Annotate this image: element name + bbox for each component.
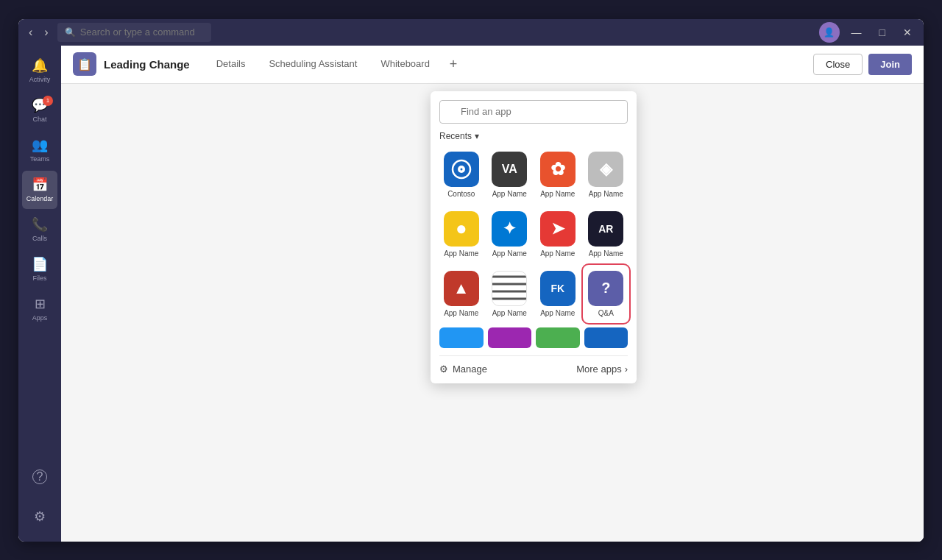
window-close-button[interactable]: ✕ bbox=[897, 25, 918, 40]
header-actions: Close Join bbox=[813, 54, 912, 75]
app-icon-4: ● bbox=[444, 211, 479, 247]
app-label-5: App Name bbox=[492, 249, 527, 258]
sidebar-item-teams[interactable]: 👥 Teams bbox=[22, 131, 57, 169]
app-item-5[interactable]: ✦ App Name bbox=[488, 207, 532, 262]
settings-icon: ⚙ bbox=[34, 508, 46, 525]
join-meeting-button[interactable]: Join bbox=[868, 54, 912, 75]
help-icon: ? bbox=[32, 469, 47, 484]
app-search-input[interactable] bbox=[439, 100, 628, 124]
bottom-bar-2[interactable] bbox=[488, 327, 532, 348]
sidebar: 🔔 Activity 💬 Chat 1 👥 Teams 📅 Calendar 📞… bbox=[18, 46, 61, 542]
sidebar-label-apps: Apps bbox=[32, 314, 48, 322]
sidebar-item-calendar[interactable]: 📅 Calendar bbox=[22, 171, 57, 209]
app-icon-qa: ? bbox=[588, 271, 623, 306]
tab-whiteboard[interactable]: Whiteboard bbox=[369, 46, 441, 84]
bottom-bar-apps bbox=[439, 327, 628, 348]
app-icon-2: ✿ bbox=[540, 152, 576, 187]
title-bar-right: 👤 — □ ✕ bbox=[819, 22, 918, 43]
app-icon-5: ✦ bbox=[492, 211, 527, 247]
app-dropdown: 🔍 Recents ▾ bbox=[431, 91, 637, 383]
title-bar: ‹ › 🔍 👤 — □ ✕ bbox=[18, 19, 924, 46]
app-label-2: App Name bbox=[540, 190, 575, 198]
app-item-4[interactable]: ● App Name bbox=[439, 207, 484, 262]
manage-button[interactable]: ⚙ Manage bbox=[439, 364, 487, 375]
app-icon-1: VA bbox=[492, 152, 527, 187]
calendar-icon: 📅 bbox=[32, 177, 48, 193]
sidebar-item-settings[interactable]: ⚙ bbox=[22, 497, 57, 536]
sidebar-label-teams: Teams bbox=[30, 155, 50, 163]
app-item-1[interactable]: VA App Name bbox=[488, 147, 532, 202]
app-icon-6: ➤ bbox=[540, 211, 576, 247]
content-area: 📋 Leading Change Details Scheduling Assi… bbox=[61, 46, 924, 542]
app-item-contoso[interactable]: Contoso bbox=[439, 147, 484, 202]
app-item-2[interactable]: ✿ App Name bbox=[536, 147, 580, 202]
tab-details[interactable]: Details bbox=[205, 46, 258, 84]
app-label-3: App Name bbox=[589, 190, 623, 198]
apps-icon: ⊞ bbox=[35, 296, 46, 312]
sidebar-item-apps[interactable]: ⊞ Apps bbox=[22, 290, 57, 328]
app-icon-3: ◈ bbox=[588, 152, 623, 187]
teams-icon: 👥 bbox=[32, 137, 48, 153]
files-icon: 📄 bbox=[32, 256, 48, 272]
search-icon: 🔍 bbox=[65, 27, 76, 38]
sidebar-label-chat: Chat bbox=[32, 116, 46, 123]
bottom-bar-1[interactable] bbox=[439, 327, 484, 348]
app-label-6: App Name bbox=[540, 249, 575, 258]
sidebar-label-calls: Calls bbox=[32, 235, 47, 242]
close-meeting-button[interactable]: Close bbox=[813, 54, 863, 75]
sidebar-label-files: Files bbox=[32, 274, 46, 282]
app-item-10[interactable]: FK App Name bbox=[536, 266, 580, 322]
chevron-right-icon: › bbox=[625, 364, 628, 375]
bottom-bar-4[interactable] bbox=[584, 327, 628, 348]
svg-point-2 bbox=[460, 168, 462, 170]
bottom-bar-3[interactable] bbox=[536, 327, 580, 348]
sidebar-label-calendar: Calendar bbox=[26, 195, 54, 202]
global-search-input[interactable] bbox=[80, 26, 204, 38]
app-icon-contoso bbox=[444, 152, 479, 187]
dropdown-footer: ⚙ Manage More apps › bbox=[439, 355, 628, 375]
dropdown-search-wrap: 🔍 bbox=[439, 100, 628, 124]
global-search-bar[interactable]: 🔍 bbox=[57, 23, 211, 42]
calls-icon: 📞 bbox=[32, 216, 48, 233]
back-button[interactable]: ‹ bbox=[24, 24, 37, 40]
meeting-icon: 📋 bbox=[73, 52, 96, 76]
app-window: ‹ › 🔍 👤 — □ ✕ 🔔 Activity 💬 bbox=[18, 19, 924, 542]
app-label-9: App Name bbox=[492, 309, 527, 317]
sidebar-item-calls[interactable]: 📞 Calls bbox=[22, 210, 57, 249]
nav-arrows: ‹ › bbox=[24, 24, 53, 40]
sidebar-item-files[interactable]: 📄 Files bbox=[22, 250, 57, 288]
maximize-button[interactable]: □ bbox=[874, 25, 891, 40]
app-item-qa[interactable]: ? Q&A bbox=[584, 266, 628, 322]
tab-add-button[interactable]: + bbox=[442, 52, 465, 76]
app-label-8: App Name bbox=[444, 309, 478, 317]
app-icon-9 bbox=[492, 271, 527, 306]
tab-bar: 📋 Leading Change Details Scheduling Assi… bbox=[61, 46, 924, 84]
sidebar-item-activity[interactable]: 🔔 Activity bbox=[22, 52, 57, 90]
forward-button[interactable]: › bbox=[40, 24, 52, 40]
app-label-10: App Name bbox=[540, 309, 575, 317]
app-icon-8: ▲ bbox=[444, 271, 479, 306]
app-icon-7: AR bbox=[588, 211, 623, 247]
app-item-9[interactable]: App Name bbox=[488, 266, 532, 322]
tab-scheduling[interactable]: Scheduling Assistant bbox=[257, 46, 369, 84]
app-item-8[interactable]: ▲ App Name bbox=[439, 266, 484, 322]
minimize-button[interactable]: — bbox=[846, 25, 868, 40]
title-bar-left: ‹ › 🔍 bbox=[24, 23, 211, 42]
recents-label[interactable]: Recents ▾ bbox=[439, 131, 628, 141]
avatar[interactable]: 👤 bbox=[819, 22, 840, 43]
app-label-1: App Name bbox=[492, 190, 527, 198]
app-label-contoso: Contoso bbox=[447, 190, 475, 198]
sidebar-label-activity: Activity bbox=[29, 76, 51, 83]
app-label-4: App Name bbox=[444, 249, 478, 258]
app-icon-10: FK bbox=[540, 271, 576, 306]
meeting-name: Leading Change bbox=[104, 58, 190, 71]
sidebar-bottom: ? ⚙ bbox=[22, 458, 57, 536]
more-apps-button[interactable]: More apps › bbox=[576, 364, 628, 375]
app-item-6[interactable]: ➤ App Name bbox=[536, 207, 580, 262]
sidebar-item-chat[interactable]: 💬 Chat 1 bbox=[22, 91, 57, 130]
recents-chevron: ▾ bbox=[475, 131, 479, 141]
sidebar-item-help[interactable]: ? bbox=[22, 458, 57, 496]
app-item-3[interactable]: ◈ App Name bbox=[584, 147, 628, 202]
app-item-7[interactable]: AR App Name bbox=[584, 207, 628, 262]
app-label-qa: Q&A bbox=[598, 309, 614, 317]
